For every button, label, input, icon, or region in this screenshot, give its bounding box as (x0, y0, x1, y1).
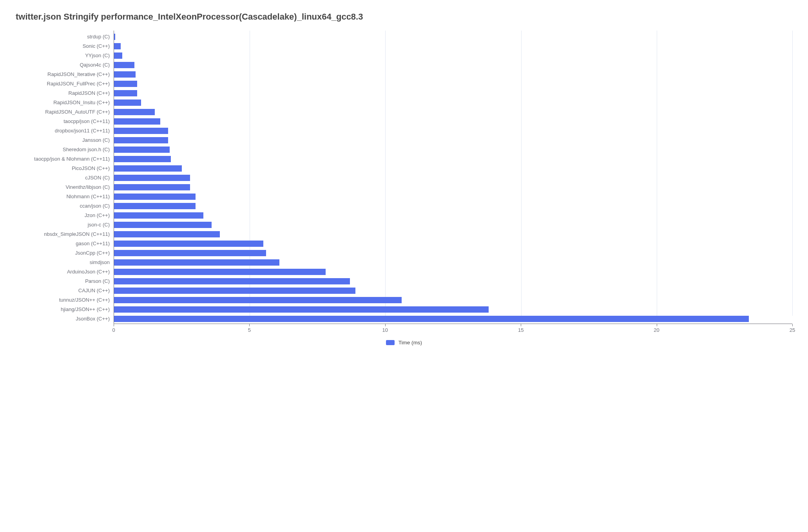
bar[interactable] (114, 147, 170, 153)
bar-row (114, 305, 792, 314)
y-axis-category-label: Nlohmann (C++11) (16, 192, 114, 201)
bar-row (114, 258, 792, 267)
y-axis-category-label: ArduinoJson (C++) (16, 267, 114, 277)
bar-row (114, 314, 792, 324)
bar[interactable] (114, 81, 137, 87)
y-axis-category-label: RapidJSON_FullPrec (C++) (16, 79, 114, 89)
bar[interactable] (114, 231, 220, 237)
bar[interactable] (114, 156, 171, 162)
chart-title: twitter.json Stringify performance_Intel… (16, 12, 792, 22)
x-axis-tick-mark (249, 324, 250, 326)
bar-row (114, 154, 792, 164)
bar-row (114, 89, 792, 98)
y-axis-labels: strdup (C)Sonic (C++)YYjson (C)Qajson4c … (16, 31, 114, 324)
y-axis-category-label: taocpp/json (C++11) (16, 117, 114, 126)
x-axis: 0510152025 (114, 324, 792, 334)
plot-area: strdup (C)Sonic (C++)YYjson (C)Qajson4c … (16, 31, 792, 324)
y-axis-category-label: gason (C++11) (16, 239, 114, 248)
bar[interactable] (114, 194, 196, 200)
bar-row (114, 183, 792, 192)
legend-swatch (386, 340, 395, 345)
bar[interactable] (114, 109, 155, 115)
bar[interactable] (114, 278, 350, 284)
x-axis-tick-mark (657, 324, 657, 326)
bar-row (114, 230, 792, 239)
y-axis-category-label: Sonic (C++) (16, 42, 114, 51)
x-axis-tick-mark (521, 324, 521, 326)
bar-row (114, 286, 792, 295)
bar[interactable] (114, 259, 279, 266)
legend: Time (ms) (16, 339, 792, 346)
bar-row (114, 42, 792, 51)
bar-row (114, 136, 792, 145)
bar[interactable] (114, 118, 160, 125)
bar[interactable] (114, 52, 122, 59)
y-axis-category-label: taocpp/json & Nlohmann (C++11) (16, 154, 114, 164)
bar[interactable] (114, 184, 190, 190)
x-axis-tick-label: 0 (112, 327, 115, 333)
bar[interactable] (114, 71, 136, 78)
y-axis-category-label: CAJUN (C++) (16, 286, 114, 295)
y-axis-category-label: YYjson (C) (16, 51, 114, 60)
bar-row (114, 164, 792, 173)
y-axis-category-label: RapidJSON_AutoUTF (C++) (16, 107, 114, 117)
bar[interactable] (114, 288, 355, 294)
bar-row (114, 239, 792, 248)
y-axis-category-label: Vinenthz/libjson (C) (16, 183, 114, 192)
y-axis-category-label: Qajson4c (C) (16, 60, 114, 70)
bar[interactable] (114, 62, 134, 68)
bar[interactable] (114, 34, 115, 40)
y-axis-category-label: Sheredom json.h (C) (16, 145, 114, 154)
y-axis-category-label: RapidJSON (C++) (16, 89, 114, 98)
x-axis-tick-label: 5 (248, 327, 251, 333)
bar[interactable] (114, 137, 168, 143)
bar-row (114, 145, 792, 154)
bar[interactable] (114, 212, 203, 219)
bar[interactable] (114, 128, 168, 134)
bar-row (114, 277, 792, 286)
bar-row (114, 220, 792, 230)
bar[interactable] (114, 316, 749, 322)
bar[interactable] (114, 165, 182, 172)
x-axis-tick-label: 25 (790, 327, 795, 333)
y-axis-category-label: Jansson (C) (16, 136, 114, 145)
bar-row (114, 211, 792, 220)
bar[interactable] (114, 100, 141, 106)
bar[interactable] (114, 297, 402, 303)
y-axis-category-label: cJSON (C) (16, 173, 114, 183)
y-axis-category-label: RapidJSON_Iterative (C++) (16, 70, 114, 79)
y-axis-category-label: Parson (C) (16, 277, 114, 286)
x-axis-tick-label: 15 (518, 327, 524, 333)
x-axis-tick-label: 20 (654, 327, 659, 333)
bar-row (114, 295, 792, 305)
bar[interactable] (114, 222, 212, 228)
bar-row (114, 107, 792, 117)
y-axis-category-label: JsonBox (C++) (16, 314, 114, 324)
y-axis-category-label: tunnuz/JSON++ (C++) (16, 295, 114, 305)
bar[interactable] (114, 269, 326, 275)
y-axis-category-label: nbsdx_SimpleJSON (C++11) (16, 230, 114, 239)
bar[interactable] (114, 43, 121, 49)
y-axis-category-label: JsonCpp (C++) (16, 248, 114, 258)
bars-area (114, 31, 792, 324)
bar-row (114, 60, 792, 70)
y-axis-category-label: RapidJSON_Insitu (C++) (16, 98, 114, 107)
bar[interactable] (114, 90, 137, 96)
bar[interactable] (114, 250, 266, 256)
bars (114, 32, 792, 324)
bar[interactable] (114, 241, 263, 247)
bar[interactable] (114, 175, 190, 181)
bar-row (114, 248, 792, 258)
bar-row (114, 173, 792, 183)
bar-row (114, 126, 792, 136)
y-axis-category-label: strdup (C) (16, 32, 114, 42)
bar[interactable] (114, 203, 196, 209)
bar-row (114, 51, 792, 60)
y-axis-category-label: PicoJSON (C++) (16, 164, 114, 173)
bar-row (114, 192, 792, 201)
x-axis-tick-mark (385, 324, 386, 326)
y-axis-category-label: json-c (C) (16, 220, 114, 230)
bar-row (114, 32, 792, 42)
y-axis-category-label: dropbox/json11 (C++11) (16, 126, 114, 136)
bar[interactable] (114, 306, 489, 313)
